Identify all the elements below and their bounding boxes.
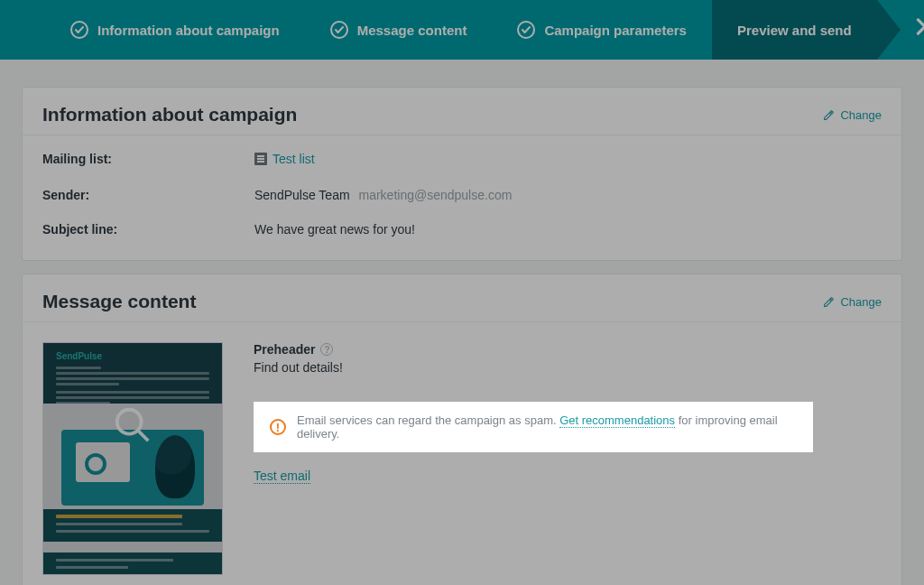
svg-line-3 bbox=[139, 432, 149, 441]
change-label: Change bbox=[840, 108, 882, 122]
info-card-title: Information about campaign bbox=[42, 104, 297, 125]
info-card: Information about campaign Change Mailin… bbox=[22, 87, 902, 261]
close-icon[interactable] bbox=[913, 15, 924, 45]
subject-value: We have great news for you! bbox=[254, 222, 882, 237]
change-info-link[interactable]: Change bbox=[823, 108, 882, 122]
preheader-label: Preheader ? bbox=[254, 342, 882, 357]
progress-stepper: Information about campaign Message conte… bbox=[0, 0, 924, 60]
preheader-value: Find out details! bbox=[254, 360, 882, 375]
change-label: Change bbox=[840, 295, 882, 309]
alert-text-before: Email services can regard the campaign a… bbox=[297, 413, 559, 427]
message-content-card: Message content Change SendPulse bbox=[22, 274, 902, 585]
page-content: Information about campaign Change Mailin… bbox=[0, 60, 924, 585]
step-label: Preview and send bbox=[737, 23, 852, 38]
get-recommendations-link[interactable]: Get recommendations bbox=[559, 413, 675, 428]
svg-point-2 bbox=[117, 410, 142, 434]
test-email-link[interactable]: Test email bbox=[254, 469, 310, 484]
check-icon bbox=[517, 21, 535, 39]
step-label: Campaign parameters bbox=[544, 23, 687, 38]
mailing-list-label: Mailing list: bbox=[42, 152, 254, 168]
magnify-icon bbox=[112, 404, 153, 446]
message-card-title: Message content bbox=[42, 291, 196, 312]
email-preview-thumbnail[interactable]: SendPulse bbox=[42, 342, 223, 575]
step-label: Information about campaign bbox=[97, 23, 280, 38]
spam-warning-alert: ! Email services can regard the campaign… bbox=[254, 402, 813, 452]
step-information[interactable]: Information about campaign bbox=[45, 0, 305, 60]
step-label: Message content bbox=[357, 23, 467, 38]
step-campaign-parameters[interactable]: Campaign parameters bbox=[492, 0, 712, 60]
check-icon bbox=[70, 21, 88, 39]
step-preview-send[interactable]: Preview and send bbox=[712, 0, 877, 60]
sender-email: marketing@sendpulse.com bbox=[358, 188, 512, 202]
change-message-link[interactable]: Change bbox=[823, 295, 882, 309]
sender-label: Sender: bbox=[42, 188, 254, 202]
address-book-icon bbox=[254, 153, 267, 165]
help-icon[interactable]: ? bbox=[320, 343, 333, 356]
sender-name: SendPulse Team bbox=[254, 188, 350, 202]
warning-icon: ! bbox=[270, 419, 286, 435]
step-message-content[interactable]: Message content bbox=[305, 0, 493, 60]
check-icon bbox=[330, 21, 348, 39]
mailing-list-value: Test list bbox=[273, 152, 315, 166]
subject-label: Subject line: bbox=[42, 222, 254, 237]
mailing-list-link[interactable]: Test list bbox=[254, 152, 315, 166]
